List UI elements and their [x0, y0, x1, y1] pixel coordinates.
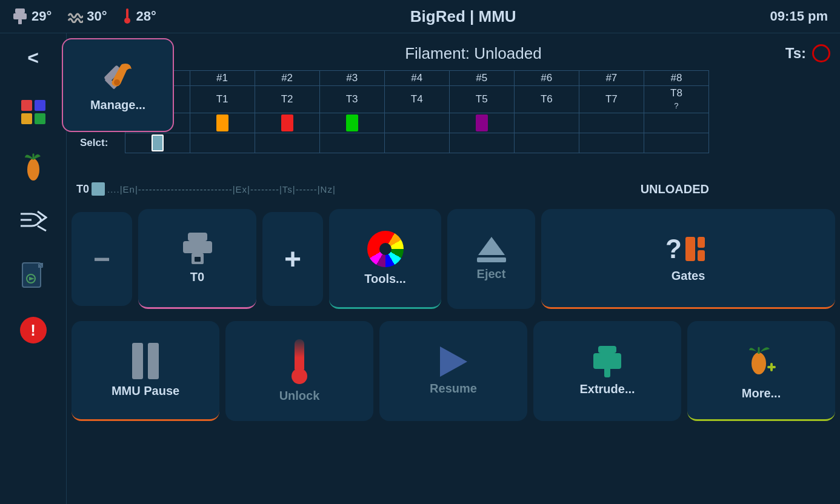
tool-4[interactable]: T4	[384, 86, 449, 113]
pause-icon	[132, 343, 159, 379]
csq-green	[35, 113, 45, 124]
bottom-row: MMU Pause Unlock Resume Extrude...	[67, 318, 840, 424]
ts-block: Ts:	[785, 39, 830, 62]
manage-button[interactable]: Manage...	[62, 38, 174, 132]
middle-row: − T0 + Tools...	[67, 206, 840, 312]
temp-item-1: 29°	[12, 8, 52, 24]
t0-button[interactable]: T0	[138, 209, 256, 309]
gates-blocks-icon	[684, 236, 711, 262]
filament-path: T0 ....|En|--------------------------|Ex…	[67, 176, 719, 202]
tool-7[interactable]: T7	[579, 86, 644, 113]
path-color-swatch	[92, 182, 105, 196]
color-wheel-inner	[379, 243, 392, 255]
more-button[interactable]: More...	[687, 321, 835, 421]
gate-1-header[interactable]: #1	[190, 71, 255, 86]
avail-swatch-5	[476, 114, 488, 131]
ext-nozzle	[604, 369, 610, 377]
gate-8-header[interactable]: #8	[644, 71, 708, 86]
ext-top	[598, 346, 616, 353]
eject-triangle	[478, 237, 505, 255]
sidebar-item-color-squares[interactable]	[15, 94, 52, 130]
resume-button[interactable]: Resume	[379, 321, 527, 421]
tool-3[interactable]: T3	[319, 86, 384, 113]
gate-7-header[interactable]: #7	[579, 71, 644, 86]
svg-point-16	[114, 79, 120, 85]
gates-button[interactable]: ? Gates	[541, 209, 835, 309]
svg-rect-3	[126, 8, 128, 18]
avail-3	[319, 113, 384, 133]
selct-0	[125, 133, 190, 153]
plus-button[interactable]: +	[262, 212, 323, 306]
temp-item-3: 28°	[122, 8, 156, 24]
sidebar-item-file[interactable]	[15, 257, 52, 294]
clock: 09:15 pm	[770, 8, 828, 24]
sidebar-item-alert[interactable]: !	[15, 312, 52, 348]
tool-8[interactable]: T8?	[644, 86, 708, 113]
avail-2	[255, 113, 319, 133]
tool-5[interactable]: T5	[449, 86, 514, 113]
temp2-value: 30°	[87, 8, 107, 24]
minus-icon: −	[93, 245, 110, 274]
tool-6[interactable]: T6	[514, 86, 579, 113]
temp1-value: 29°	[32, 8, 52, 24]
eject-button[interactable]: Eject	[447, 209, 535, 309]
csq-orange	[21, 113, 32, 124]
manage-label: Manage...	[90, 98, 145, 112]
svg-rect-2	[18, 19, 22, 24]
gate-6-header[interactable]: #6	[514, 71, 579, 86]
unlock-button[interactable]: Unlock	[225, 321, 373, 421]
more-carrot-icon	[745, 340, 777, 382]
minus-button[interactable]: −	[72, 212, 132, 306]
csq-red	[21, 100, 32, 111]
path-stages: ....|En|--------------------------|Ex|--…	[107, 184, 336, 194]
selct-4	[384, 133, 449, 153]
svg-rect-22	[698, 237, 705, 248]
selct-label: Selct:	[76, 133, 125, 153]
wrench-icon	[99, 58, 138, 93]
sidebar: <	[0, 33, 67, 504]
color-squares-icon	[21, 100, 45, 124]
svg-point-4	[124, 18, 130, 24]
alert-icon: !	[20, 317, 47, 343]
extrude-button[interactable]: Extrude...	[533, 321, 681, 421]
gate-5-header[interactable]: #5	[449, 71, 514, 86]
printer-title: BigRed | MMU	[156, 7, 770, 26]
back-button[interactable]: <	[15, 39, 52, 76]
gate-2-header[interactable]: #2	[255, 71, 319, 86]
svg-rect-20	[195, 257, 201, 262]
avail-swatch-3	[346, 114, 358, 131]
selct-5	[449, 133, 514, 153]
avail-swatch-1	[216, 114, 228, 131]
thermometer-unlock-icon	[292, 339, 307, 384]
thermometer-icon	[122, 8, 133, 24]
resume-label: Resume	[430, 382, 477, 396]
svg-rect-21	[685, 237, 695, 261]
tool-2[interactable]: T2	[255, 86, 319, 113]
sidebar-item-carrot[interactable]	[15, 148, 52, 185]
mmu-pause-button[interactable]: MMU Pause	[72, 321, 219, 421]
eject-label: Eject	[477, 267, 506, 281]
pause-bar-left	[132, 343, 143, 379]
ext-mid	[593, 353, 621, 369]
filament-status: Filament: Unloaded	[173, 39, 773, 63]
plus-icon: +	[284, 245, 301, 274]
selct-2	[255, 133, 319, 153]
tool-1[interactable]: T1	[190, 86, 255, 113]
svg-rect-23	[698, 250, 705, 261]
gate-4-header[interactable]: #4	[384, 71, 449, 86]
top-bar: 29° 30° 28° BigRed | MMU 09:15 pm	[0, 0, 840, 33]
path-status: UNLOADED	[641, 182, 709, 196]
main-content: T0 Filament: Unloaded Ts: Gates: #0 #1 #…	[67, 33, 840, 504]
shuffle-icon	[19, 209, 47, 233]
avail-4	[384, 113, 449, 133]
path-tool: T0	[76, 183, 89, 196]
gate-3-header[interactable]: #3	[319, 71, 384, 86]
svg-rect-17	[188, 233, 207, 241]
avail-5	[449, 113, 514, 133]
heat-icon	[66, 10, 83, 23]
tools-label: Tools...	[364, 272, 406, 286]
color-wheel-icon	[367, 231, 404, 267]
tools-button[interactable]: Tools...	[329, 209, 441, 309]
sidebar-item-shuffle[interactable]	[15, 203, 52, 239]
selct-row: Selct:	[76, 133, 709, 153]
